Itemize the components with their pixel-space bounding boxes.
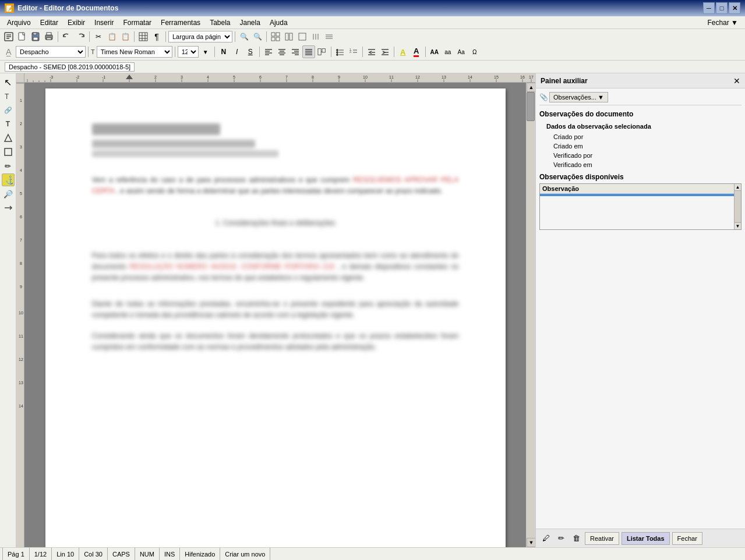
style-icon[interactable] — [2, 30, 15, 43]
lt-text-tool[interactable]: T — [2, 90, 15, 102]
paragraph-icon[interactable]: ¶ — [150, 30, 163, 43]
lt-shape-tool[interactable] — [2, 132, 15, 144]
obs-scroll-down-btn[interactable]: ▼ — [735, 222, 741, 229]
menu-editar[interactable]: Editar — [36, 17, 63, 28]
svg-text:⚓: ⚓ — [5, 175, 13, 185]
obs-fields: Criado por Criado em Verificado por Veri… — [553, 133, 742, 168]
obs-pencil-icon-btn[interactable]: ✏ — [555, 532, 567, 545]
field-criado-em: Criado em — [553, 143, 742, 150]
document-page: Vem a referência do caso a de para proce… — [45, 88, 506, 547]
fechar-menu[interactable]: Fechar ▼ — [702, 17, 743, 28]
outdent-btn[interactable] — [365, 45, 378, 58]
findreplace-icon[interactable]: 🔍 — [251, 30, 264, 43]
menu-exibir[interactable]: Exibir — [63, 17, 90, 28]
menu-inserir[interactable]: Inserir — [90, 17, 118, 28]
scroll-down-btn[interactable]: ▼ — [527, 538, 535, 547]
svg-text:7: 7 — [20, 238, 22, 242]
listar-todas-btn[interactable]: Listar Todas — [622, 532, 670, 545]
status-bar: Pág 1 1/12 Lin 10 Col 30 CAPS NUM INS Hi… — [0, 547, 745, 560]
svg-text:7: 7 — [285, 75, 288, 79]
scroll-thumb[interactable] — [527, 92, 535, 121]
redo-icon[interactable] — [74, 30, 87, 43]
lt-link-tool[interactable]: 🔗 — [2, 104, 15, 116]
tb-extra-4[interactable] — [309, 30, 322, 43]
table-insert-icon[interactable] — [137, 30, 150, 43]
fechar-panel-btn[interactable]: Fechar — [672, 532, 702, 545]
lt-arrow-tool[interactable]: ↖ — [2, 76, 15, 88]
font-size-select[interactable]: 12 — [178, 46, 199, 58]
document-scroll-area[interactable]: Vem a referência do caso a de para proce… — [24, 83, 526, 547]
save-icon[interactable] — [29, 30, 42, 43]
paste-icon[interactable]: 📋 — [119, 30, 132, 43]
svg-rect-11 — [139, 33, 147, 41]
obs-delete-icon-btn[interactable]: 🗑 — [570, 532, 582, 545]
print-icon[interactable] — [43, 30, 55, 43]
capitalcase-btn[interactable]: Aa — [455, 45, 468, 58]
find-icon[interactable]: 🔍 — [238, 30, 250, 43]
obs-pen-icon-btn[interactable]: 🖊 — [539, 532, 552, 545]
italic-button[interactable]: I — [231, 46, 243, 58]
tb-extra-1[interactable] — [269, 30, 282, 43]
window-close-button[interactable]: ✕ — [729, 2, 740, 14]
vertical-scrollbar[interactable]: ▲ ▼ — [526, 83, 535, 547]
menu-arquivo[interactable]: Arquivo — [2, 17, 36, 28]
lt-zoom-tool[interactable]: 🔎 — [2, 187, 15, 200]
new-doc-icon[interactable] — [16, 30, 29, 43]
align-center-btn[interactable] — [276, 45, 288, 58]
scroll-up-btn[interactable]: ▲ — [527, 83, 535, 92]
align-justify-btn[interactable] — [302, 45, 315, 58]
number-list-btn[interactable]: 1.2. — [347, 45, 360, 58]
copy-icon[interactable]: 📋 — [105, 30, 118, 43]
maximize-button[interactable]: □ — [716, 2, 728, 14]
menu-ferramentas[interactable]: Ferramentas — [156, 17, 205, 28]
style-picker-icon[interactable]: A̲ — [2, 45, 15, 58]
svg-text:17: 17 — [529, 75, 534, 79]
svg-text:5: 5 — [20, 192, 22, 196]
minimize-button[interactable]: ─ — [703, 2, 715, 14]
obs-scroll-up-btn[interactable]: ▲ — [735, 184, 741, 191]
lt-draw-tool[interactable]: ✏ — [2, 160, 15, 172]
page-width-select[interactable]: Largura da págin — [168, 31, 232, 42]
menu-tabela[interactable]: Tabela — [205, 17, 235, 28]
svg-text:12: 12 — [19, 357, 23, 361]
app-icon: 📝 — [5, 3, 14, 13]
indent-btn[interactable] — [379, 45, 391, 58]
svg-rect-19 — [276, 37, 280, 41]
panel-close-btn[interactable]: ✕ — [733, 77, 740, 85]
tb-extra-3[interactable] — [296, 30, 309, 43]
menu-formatar[interactable]: Formatar — [118, 17, 156, 28]
lt-text2-tool[interactable]: T — [2, 118, 15, 130]
bullet-list-btn[interactable] — [334, 45, 347, 58]
paragraph-style-select[interactable]: Despacho — [16, 46, 86, 58]
reativar-btn[interactable]: Reativar — [585, 532, 619, 545]
lt-rect-tool[interactable] — [2, 146, 15, 158]
font-color-btn[interactable]: A — [410, 45, 423, 58]
undo-icon[interactable] — [61, 30, 73, 43]
cut-icon[interactable]: ✂ — [92, 30, 105, 43]
observations-dropdown-btn[interactable]: Observações... ▼ — [549, 92, 608, 102]
svg-text:6: 6 — [20, 215, 22, 219]
top-ruler: -3 -2 -1 1 2 3 4 5 — [24, 73, 535, 83]
columns-btn[interactable] — [316, 45, 329, 58]
font-family-select[interactable]: Times New Roman — [97, 46, 172, 58]
toolbar-row-1: ✂ 📋 📋 ¶ Largura da págin 🔍 🔍 — [0, 29, 745, 44]
menu-janela[interactable]: Janela — [235, 17, 265, 28]
status-new-doc[interactable]: Criar um novo — [220, 548, 270, 560]
scroll-track[interactable] — [527, 92, 535, 538]
highlight-btn[interactable]: A — [397, 45, 409, 58]
tb-extra-2[interactable] — [283, 30, 295, 43]
lt-resize-tool[interactable] — [2, 201, 15, 214]
menu-ajuda[interactable]: Ajuda — [265, 17, 292, 28]
bold-button[interactable]: N — [217, 46, 230, 58]
special-chars-btn[interactable]: Ω — [468, 45, 481, 58]
uppercase-btn[interactable]: AA — [428, 45, 441, 58]
obs-list-item-1[interactable] — [540, 194, 741, 196]
svg-text:16: 16 — [520, 75, 525, 79]
font-size-down-btn[interactable]: ▼ — [199, 45, 212, 58]
underline-button[interactable]: S — [244, 46, 257, 58]
tb-extra-5[interactable] — [323, 30, 336, 43]
lowercase-btn[interactable]: aa — [442, 45, 454, 58]
align-left-btn[interactable] — [262, 45, 275, 58]
align-right-btn[interactable] — [289, 45, 302, 58]
lt-anchor-tool[interactable]: ⚓ — [2, 173, 15, 186]
